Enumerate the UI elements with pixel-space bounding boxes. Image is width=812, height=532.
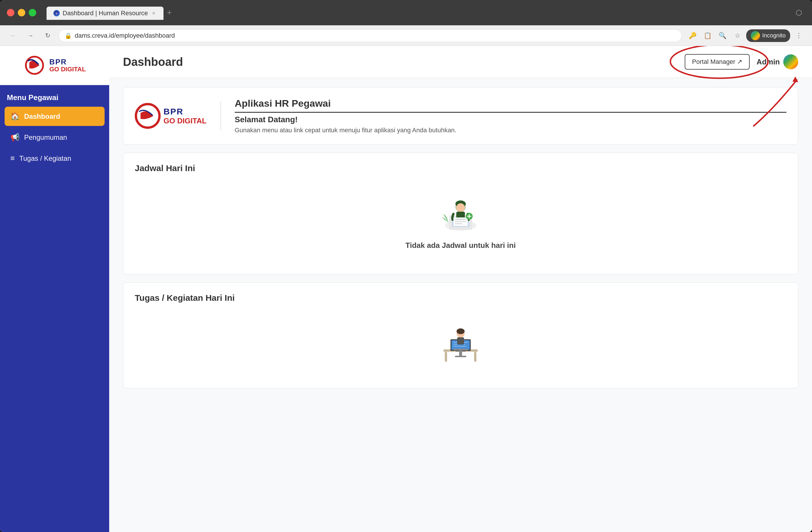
incognito-avatar xyxy=(751,31,760,40)
tab-close-button[interactable]: × xyxy=(151,10,157,16)
svg-rect-33 xyxy=(455,356,466,357)
tasks-icon: ≡ xyxy=(10,154,15,163)
svg-point-10 xyxy=(456,203,465,212)
sidebar-item-tugas-label: Tugas / Kegiatan xyxy=(19,154,71,163)
logo-bpr-text: BPR xyxy=(49,58,86,66)
back-button[interactable]: ← xyxy=(7,29,19,42)
welcome-card: BPR GO DIGITAL Aplikasi HR Pegawai Selam… xyxy=(123,87,798,145)
welcome-logo-go-digital: GO DIGITAL xyxy=(163,116,207,125)
annotation-wrapper: Portal Manager ↗ xyxy=(685,54,750,70)
content-body: BPR GO DIGITAL Aplikasi HR Pegawai Selam… xyxy=(109,78,812,397)
dashboard-icon: 🏠 xyxy=(10,112,19,121)
portal-manager-label: Portal Manager ↗ xyxy=(692,58,742,66)
svg-text:G: G xyxy=(56,12,57,15)
toolbar-actions: 🔑 📋 🔍 ☆ Incognito ⋮ xyxy=(686,29,805,42)
logo-container: BPR GO DIGITAL xyxy=(24,55,86,75)
app-container: BPR GO DIGITAL Menu Pegawai 🏠 Dashboard … xyxy=(0,46,812,532)
tasks-illustration xyxy=(438,323,483,364)
schedule-empty-state: Tidak ada Jadwal untuk hari ini xyxy=(135,180,786,264)
svg-rect-30 xyxy=(457,337,464,345)
sidebar-item-pengumuman-label: Pengumuman xyxy=(24,134,67,141)
schedule-illustration xyxy=(438,194,483,234)
schedule-card: Jadwal Hari Ini xyxy=(123,153,798,274)
logo-go-digital-text: GO DIGITAL xyxy=(49,66,86,73)
sidebar-menu-title: Menu Pegawai xyxy=(0,85,109,107)
sidebar-item-dashboard-label: Dashboard xyxy=(24,112,60,121)
address-text: dams.creva.id/employee/dashboard xyxy=(75,32,175,39)
welcome-app-title: Aplikasi HR Pegawai xyxy=(235,98,786,113)
svg-point-29 xyxy=(456,328,465,334)
screenshot-icon[interactable]: 📋 xyxy=(701,29,714,42)
bookmark-icon[interactable]: ☆ xyxy=(731,29,744,42)
admin-name: Admin xyxy=(756,57,780,67)
schedule-empty-text: Tidak ada Jadwal untuk hari ini xyxy=(405,241,516,250)
close-window-button[interactable] xyxy=(7,9,14,16)
logo-icon xyxy=(24,55,46,75)
menu-button[interactable]: ⋮ xyxy=(793,29,805,42)
cast-icon[interactable]: ⬡ xyxy=(793,6,805,19)
tab-favicon: G xyxy=(54,10,60,16)
sidebar-item-tugas[interactable]: ≡ Tugas / Kegiatan xyxy=(4,149,105,168)
logo-text: BPR GO DIGITAL xyxy=(49,58,86,73)
traffic-lights xyxy=(7,9,36,16)
tasks-card: Tugas / Kegiatan Hari Ini xyxy=(123,282,798,388)
admin-section: Admin xyxy=(756,54,798,69)
sidebar-logo: BPR GO DIGITAL xyxy=(0,46,109,85)
tasks-empty-state xyxy=(135,310,786,378)
welcome-logo-text: BPR GO DIGITAL xyxy=(163,107,207,125)
schedule-title: Jadwal Hari Ini xyxy=(135,163,786,173)
header-right: Portal Manager ↗ Admin xyxy=(685,54,798,70)
svg-rect-32 xyxy=(459,351,462,356)
sidebar-item-dashboard[interactable]: 🏠 Dashboard xyxy=(4,107,105,126)
svg-rect-31 xyxy=(453,349,468,351)
welcome-logo: BPR GO DIGITAL xyxy=(135,103,207,129)
announcement-icon: 📢 xyxy=(10,133,19,142)
browser-tabs: G Dashboard | Human Resource × + xyxy=(46,5,788,20)
tasks-title: Tugas / Kegiatan Hari Ini xyxy=(135,293,786,303)
tab-title: Dashboard | Human Resource xyxy=(63,10,148,17)
sidebar-item-pengumuman[interactable]: 📢 Pengumuman xyxy=(4,128,105,147)
welcome-logo-inner: BPR GO DIGITAL xyxy=(135,103,207,129)
svg-rect-21 xyxy=(474,352,476,362)
reload-button[interactable]: ↻ xyxy=(41,29,54,42)
sidebar: BPR GO DIGITAL Menu Pegawai 🏠 Dashboard … xyxy=(0,46,109,532)
sidebar-navigation: 🏠 Dashboard 📢 Pengumuman ≡ Tugas / Kegia… xyxy=(0,107,109,170)
address-bar[interactable]: 🔒 dams.creva.id/employee/dashboard xyxy=(59,29,682,42)
page-title: Dashboard xyxy=(123,56,183,68)
main-content: Dashboard Portal Ma xyxy=(109,46,812,532)
lock-icon: 🔒 xyxy=(64,32,72,39)
incognito-button[interactable]: Incognito xyxy=(746,29,790,42)
search-icon[interactable]: 🔍 xyxy=(716,29,729,42)
forward-button[interactable]: → xyxy=(24,29,37,42)
welcome-logo-circle xyxy=(135,103,161,129)
admin-avatar[interactable] xyxy=(783,54,798,69)
minimize-window-button[interactable] xyxy=(18,9,25,16)
main-header: Dashboard Portal Ma xyxy=(109,46,812,78)
welcome-text: Aplikasi HR Pegawai Selamat Datang! Guna… xyxy=(235,98,786,134)
portal-manager-button[interactable]: Portal Manager ↗ xyxy=(685,54,750,70)
new-tab-button[interactable]: + xyxy=(165,5,174,20)
svg-rect-20 xyxy=(445,352,447,362)
welcome-divider xyxy=(220,101,221,130)
active-tab[interactable]: G Dashboard | Human Resource × xyxy=(46,6,163,20)
welcome-description: Gunakan menu atau link cepat untuk menuj… xyxy=(235,127,786,134)
browser-toolbar: ← → ↻ 🔒 dams.creva.id/employee/dashboard… xyxy=(0,25,812,46)
maximize-window-button[interactable] xyxy=(29,9,36,16)
incognito-label: Incognito xyxy=(762,32,786,39)
welcome-logo-bpr: BPR xyxy=(163,107,207,116)
key-icon[interactable]: 🔑 xyxy=(686,29,699,42)
welcome-greeting: Selamat Datang! xyxy=(235,115,786,124)
browser-titlebar: G Dashboard | Human Resource × + ⬡ xyxy=(0,0,812,25)
